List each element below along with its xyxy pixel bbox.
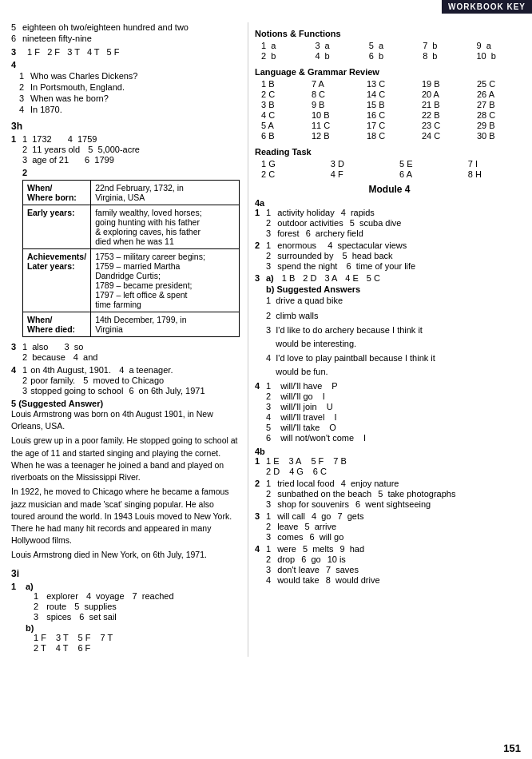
- 3i-a-row2: 2 route 5 supplies: [34, 602, 174, 611]
- 3h-s4-r2-left: poor family.: [30, 376, 75, 385]
- table-row-early: Early years: family wealthy, loved horse…: [23, 205, 240, 249]
- notions-functions: Notions & Functions 1 a 3 a 5 a 7 b 9 a …: [255, 29, 524, 61]
- 3h-sub4-content: 1 on 4th August, 1901. 4 a teenager. 2 p…: [22, 365, 205, 396]
- notions-r2c5: 10 b: [477, 51, 525, 61]
- line-6-text: nineteen fifty-nine: [22, 34, 92, 43]
- s4-item-3: 3When was he born?: [19, 93, 240, 103]
- 4a-s1-r2-c1: outdoor activities: [277, 218, 343, 228]
- 3i-a-r1-c2: 4 voyage: [86, 591, 125, 601]
- header-label: WORKBOOK KEY: [448, 2, 526, 11]
- 3i-b-row1: 1 F 3 T 5 F 7 T: [34, 633, 174, 642]
- 4a-s4-r4: 4will/'ll travelI: [266, 412, 366, 422]
- 4b-s4-r1: 1were 5 melts 9 had: [266, 544, 380, 554]
- 3i-sub1a-items: 1 explorer 4 voyage 7 reached 2 route 5 …: [34, 591, 174, 622]
- 4a-s2-r2: 2surrounded by 5 head back: [266, 251, 415, 260]
- 3h-sub3-content: 1 also 3 so 2 because 4 and: [22, 342, 97, 363]
- 3h-row3-right: 6 1799: [85, 155, 114, 165]
- table-content-died: 14th December, 1799, inVirginia: [91, 312, 240, 337]
- 4a-sub3-content: a) 1 B 2 D 3 A 4 E 5 C: [266, 273, 380, 283]
- table-header-early: Early years:: [23, 205, 91, 249]
- 4a-s1-r1-c1: activity holiday: [277, 208, 335, 217]
- notions-r1c3: 5 a: [369, 41, 411, 50]
- 4b-s4-r3: 3don't leave 7 saves: [266, 565, 380, 574]
- 4a-s1-r3-c2: 6 archery field: [306, 228, 363, 238]
- section-4b-label: 4b: [255, 447, 524, 456]
- 3i-sub1b-items: 1 F 3 T 5 F 7 T 2 T 4 T 6 F: [34, 633, 174, 653]
- 4a-s4-r5: 5will/'ll takeO: [266, 423, 366, 432]
- section-3-num: 3: [11, 47, 22, 57]
- 3i-b-row2: 2 T 4 T 6 F: [34, 643, 174, 653]
- 4b-s3-r1: 1will call 4 go 7 gets: [266, 511, 363, 521]
- table-row-achievements: Achievements/Later years: 1753 – militar…: [23, 249, 240, 312]
- 3h-s4-r2-right: 5 moved to Chicago: [78, 376, 164, 385]
- 4a-s1-r1-c2: 4 rapids: [341, 208, 375, 217]
- 3h-s4-r1-right: 4 a teenager.: [114, 365, 173, 375]
- 3i-sub1b: b) 1 F 3 T 5 F 7 T 2 T 4 T: [26, 623, 174, 653]
- line-5-num: 5: [11, 22, 22, 32]
- s4-item-4: 4In 1870.: [19, 105, 240, 114]
- 3i-sub1a-label: a): [26, 582, 34, 591]
- 4a-s2-r2-c2: 5 head back: [339, 251, 392, 260]
- 4a-s4-r2: 2will/'ll goI: [266, 391, 366, 401]
- section-4-items: 1Who was Charles Dickens? 2In Portsmouth…: [19, 71, 240, 114]
- 4a-s2-r3-c2: 6 time of your life: [343, 261, 415, 271]
- module4-heading: Module 4: [255, 184, 524, 195]
- section-3h: 3h 1 1 1732 4 1759 2 11 years old 5 5,00…: [11, 121, 240, 562]
- 4b-s1-r1: 1 E3 A5 F7 B: [266, 456, 347, 466]
- 4b-sub4-items: 1were 5 melts 9 had 2drop 6 go 10 is 3do…: [266, 544, 380, 586]
- 3i-a-r2-c1: route: [46, 602, 66, 611]
- section-4b: 4b 1 1 E3 A5 F7 B 2 D4 G6 C 2: [255, 447, 524, 586]
- 4a-sub3b: b) Suggested Answers 1 drive a quad bike…: [255, 284, 524, 378]
- 3h-sub2-num: 2: [22, 168, 27, 177]
- lines-top: 5 eighteen oh two/eighteen hundred and t…: [11, 22, 240, 43]
- notions-r1c1: 1 a: [261, 41, 304, 50]
- s4-item-2: 2In Portsmouth, England.: [19, 82, 240, 92]
- 4b-s2-r1: 1tried local food 4 enjoy nature: [266, 479, 455, 488]
- section-3i-label: 3i: [11, 568, 240, 579]
- 4b-s4-r4: 4would take 8 would drive: [266, 575, 380, 585]
- 4b-s2-r3: 3shop for souvenirs 6 went sightseeing: [266, 499, 455, 509]
- 3h-row3-left: 3 age of 21: [22, 155, 69, 165]
- 4a-suggested-2: 2 climb walls: [266, 309, 524, 323]
- 3i-a-r1-c1: explorer: [46, 591, 78, 601]
- 3i-sub1b-label: b): [26, 623, 34, 633]
- 3h-s4-r1-left: on 4th August, 1901.: [30, 365, 111, 375]
- 4a-sub1-items: 1activity holiday 4 rapids 2outdoor acti…: [266, 208, 402, 239]
- section-3: 3 1 F 2 F 3 T 4 T 5 F: [11, 47, 240, 57]
- page: WORKBOOK KEY 5 eighteen oh two/eighteen …: [0, 0, 532, 759]
- table-content-achievements: 1753 – military career begins;1759 – mar…: [91, 249, 240, 312]
- 4b-s3-r2: 2leave 5 arrive: [266, 522, 363, 531]
- section-4: 4 1Who was Charles Dickens? 2In Portsmou…: [11, 60, 240, 114]
- 4a-sub2: 2 1enormous 4 spectacular views 2surroun…: [255, 240, 524, 272]
- 3h-sub3-num: 3: [11, 342, 22, 363]
- notions-r1c5: 9 a: [477, 41, 525, 50]
- 3i-sub1a: a) 1 explorer 4 voyage 7 reached 2: [26, 582, 174, 622]
- table-content-early: family wealthy, loved horses;going hunti…: [91, 205, 240, 249]
- 4a-s4-r3: 3will/'ll joinU: [266, 402, 366, 411]
- 4b-s4-r2: 2drop 6 go 10 is: [266, 554, 380, 564]
- notions-label: Notions & Functions: [255, 29, 524, 38]
- 4a-s1-r2-c2: 5 scuba dive: [350, 218, 402, 228]
- 3h-para3: In 1922, he moved to Chicago where he be…: [11, 486, 240, 546]
- 3h-row2-right: 5 5,000-acre: [88, 145, 140, 154]
- notions-r2c2: 4 b: [315, 51, 357, 61]
- s4-item-1: 1Who was Charles Dickens?: [19, 71, 240, 81]
- 4a-suggested-4: 4 I'd love to play paintball because I t…: [266, 352, 524, 378]
- 4a-s1-r3-c1: forest: [277, 228, 300, 238]
- table-row-born: When/Where born: 22nd February, 1732, in…: [23, 181, 240, 205]
- grammar-review: Language & Grammar Review 1 B7 A13 C19 B…: [255, 67, 524, 141]
- 3h-s4-r3-num: 3: [22, 386, 27, 395]
- 3i-a-r3-c1: spices: [46, 612, 71, 622]
- 4a-s1-r2: 2outdoor activities 5 scuba dive: [266, 218, 402, 228]
- notions-r2c1: 2 b: [261, 51, 304, 61]
- 3h-sub3-row2-right: 4 and: [73, 352, 98, 362]
- 4a-sub3: 3 a) 1 B 2 D 3 A 4 E 5 C: [255, 273, 524, 283]
- section-3-answers: 1 F 2 F 3 T 4 T 5 F: [22, 47, 119, 57]
- 3i-a-row1: 1 explorer 4 voyage 7 reached: [34, 591, 174, 601]
- notions-r1c4: 7 b: [423, 41, 465, 50]
- 3h-sub4: 4 1 on 4th August, 1901. 4 a teenager. 2…: [11, 365, 240, 396]
- 3h-row2-left: 2 11 years old: [22, 145, 80, 154]
- 4a-s2-r1-c1: enormous: [277, 240, 316, 250]
- notions-grid: 1 a 3 a 5 a 7 b 9 a 2 b 4 b 6 b 8 b 10 b: [261, 41, 524, 61]
- line-6-num: 6: [11, 34, 22, 43]
